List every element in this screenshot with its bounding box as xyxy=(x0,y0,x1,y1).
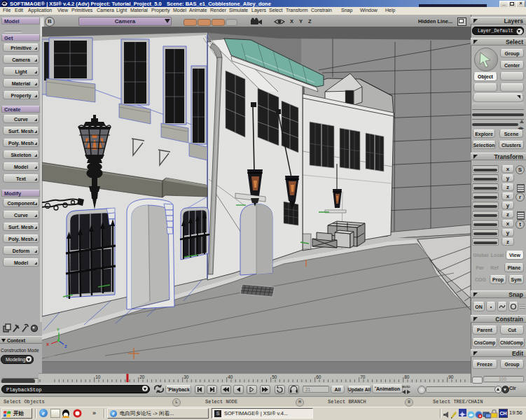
svg-text:50: 50 xyxy=(272,374,277,379)
svg-text:X: X xyxy=(46,342,49,346)
svg-text:10: 10 xyxy=(95,374,101,379)
svg-text:Y: Y xyxy=(57,328,60,332)
svg-text:30: 30 xyxy=(184,374,189,379)
svg-text:20: 20 xyxy=(139,374,145,379)
svg-text:70: 70 xyxy=(360,374,366,379)
svg-text:40: 40 xyxy=(228,374,233,379)
svg-text:90: 90 xyxy=(448,374,454,379)
svg-text:Z: Z xyxy=(64,344,67,349)
svg-text:80: 80 xyxy=(404,374,410,379)
svg-text:60: 60 xyxy=(316,374,321,379)
